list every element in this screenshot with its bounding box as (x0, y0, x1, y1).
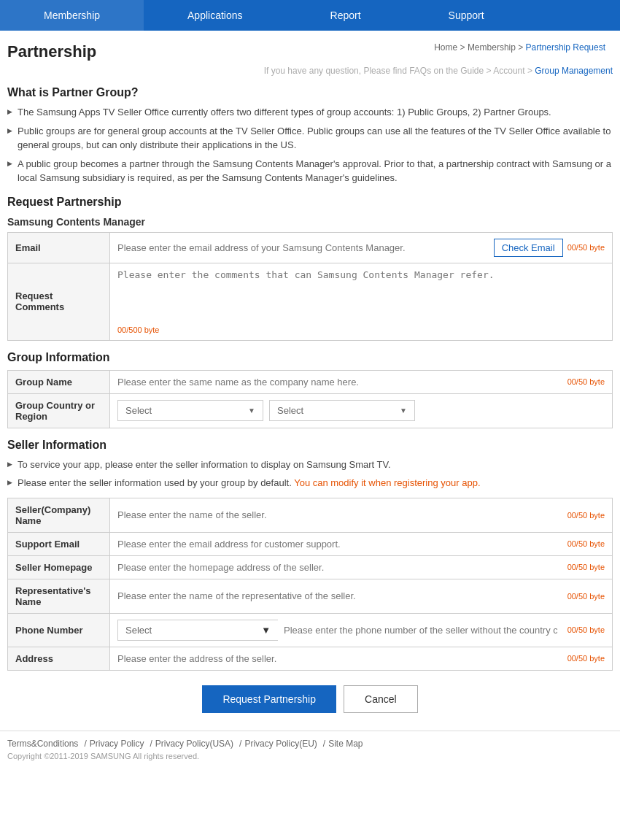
comments-input[interactable] (117, 269, 605, 320)
request-partnership-button[interactable]: Request Partnership (202, 685, 336, 713)
group-name-byte: 00/50 byte (567, 377, 605, 386)
what-is-item-1: The Samsung Apps TV Seller Office curren… (7, 105, 613, 120)
group-country-label: Group Country or Region (8, 393, 110, 428)
group-name-input[interactable] (117, 377, 563, 388)
what-is-item-3: A public group becomes a partner through… (7, 157, 613, 185)
request-partnership-heading: Request Partnership (7, 196, 613, 209)
seller-info-item-1: To service your app, please enter the se… (7, 458, 613, 472)
phone-cell: Select ▼ 00/50 byte (110, 613, 613, 647)
seller-info-title: Seller Information (7, 439, 613, 452)
group-country-cell: Select ▼ Select ▼ (110, 393, 613, 428)
homepage-cell: 00/50 byte (110, 555, 613, 579)
address-label: Address (8, 647, 110, 670)
email-input[interactable] (117, 242, 488, 253)
rep-name-byte: 00/50 byte (567, 592, 605, 601)
footer-copyright: Copyright ©2011-2019 SAMSUNG All rights … (7, 752, 613, 760)
seller-info-list: To service your app, please enter the se… (7, 458, 613, 490)
group-country-row: Group Country or Region Select ▼ Select … (8, 393, 613, 428)
phone-row: Phone Number Select ▼ 00/50 byte (8, 613, 613, 647)
email-label: Email (8, 232, 110, 263)
what-is-title: What is Partner Group? (7, 86, 613, 99)
phone-label: Phone Number (8, 613, 110, 647)
breadcrumb-current[interactable]: Partnership Request (526, 42, 605, 53)
footer-privacy[interactable]: Privacy Policy (90, 739, 144, 749)
what-is-item-2: Public groups are for general group acco… (7, 124, 613, 153)
comments-label: Request Comments (8, 263, 110, 340)
cancel-button[interactable]: Cancel (344, 685, 418, 713)
faq-line: If you have any question, Please find FA… (7, 66, 613, 76)
homepage-input[interactable] (117, 562, 563, 573)
chevron-down-icon: ▼ (400, 406, 407, 415)
rep-name-label: Representative's Name (8, 579, 110, 613)
homepage-byte: 00/50 byte (567, 563, 605, 571)
nav-applications[interactable]: Applications (144, 0, 287, 31)
group-country-select-2[interactable]: Select ▼ (269, 400, 415, 421)
group-country-select-1[interactable]: Select ▼ (117, 400, 263, 421)
company-name-input[interactable] (117, 509, 563, 520)
chevron-down-icon: ▼ (248, 406, 255, 415)
comments-row: Request Comments 00/500 byte (8, 263, 613, 340)
nav-report[interactable]: Report (287, 0, 405, 31)
phone-input[interactable] (278, 620, 563, 640)
footer-sitemap[interactable]: Site Map (328, 739, 363, 749)
group-info-title: Group Information (7, 351, 613, 364)
group-name-row: Group Name 00/50 byte (8, 370, 613, 393)
homepage-label: Seller Homepage (8, 555, 110, 579)
what-is-list: The Samsung Apps TV Seller Office curren… (7, 105, 613, 185)
support-email-cell: 00/50 byte (110, 532, 613, 555)
group-info-form: Group Name 00/50 byte Group Country or R… (7, 370, 613, 428)
address-row: Address 00/50 byte (8, 647, 613, 670)
scm-form: Email Check Email 00/50 byte Request Com… (7, 232, 613, 341)
footer-links: Terms&Conditions / Privacy Policy / Priv… (7, 739, 613, 749)
support-email-byte: 00/50 byte (567, 539, 605, 548)
breadcrumb: Home > Membership > Partnership Request (427, 36, 613, 54)
group-name-cell: 00/50 byte (110, 370, 613, 393)
seller-info-form: Seller(Company) Name 00/50 byte Support … (7, 498, 613, 671)
group-management-link[interactable]: Group Management (535, 66, 613, 76)
nav-membership[interactable]: Membership (0, 0, 144, 31)
address-byte: 00/50 byte (567, 654, 605, 663)
phone-country-select[interactable]: Select ▼ (117, 620, 278, 641)
company-name-label: Seller(Company) Name (8, 498, 110, 532)
comments-cell: 00/500 byte (110, 263, 613, 340)
group-name-label: Group Name (8, 370, 110, 393)
rep-name-cell: 00/50 byte (110, 579, 613, 613)
footer-privacy-usa[interactable]: Privacy Policy(USA) (155, 739, 233, 749)
support-email-label: Support Email (8, 532, 110, 555)
footer-terms[interactable]: Terms&Conditions (7, 739, 78, 749)
company-name-row: Seller(Company) Name 00/50 byte (8, 498, 613, 532)
company-name-byte: 00/50 byte (567, 511, 605, 520)
phone-byte: 00/50 byte (567, 625, 605, 634)
company-name-cell: 00/50 byte (110, 498, 613, 532)
email-cell: Check Email 00/50 byte (110, 232, 613, 263)
scm-title: Samsung Contents Manager (7, 216, 613, 228)
support-email-input[interactable] (117, 539, 563, 550)
rep-name-row: Representative's Name 00/50 byte (8, 579, 613, 613)
homepage-row: Seller Homepage 00/50 byte (8, 555, 613, 579)
support-email-row: Support Email 00/50 byte (8, 532, 613, 555)
seller-info-item-2: Please enter the seller information used… (7, 476, 613, 490)
comments-byte-count: 00/500 byte (117, 325, 605, 334)
check-email-button[interactable]: Check Email (494, 239, 563, 257)
rep-name-input[interactable] (117, 590, 563, 601)
action-buttons: Request Partnership Cancel (7, 685, 613, 713)
email-row: Email Check Email 00/50 byte (8, 232, 613, 263)
email-byte-count: 00/50 byte (567, 243, 605, 252)
nav-support[interactable]: Support (405, 0, 528, 31)
address-cell: 00/50 byte (110, 647, 613, 670)
page-title: Partnership (7, 42, 96, 61)
footer-privacy-eu[interactable]: Privacy Policy(EU) (244, 739, 317, 749)
main-nav: Membership Applications Report Support (0, 0, 620, 31)
footer: Terms&Conditions / Privacy Policy / Priv… (0, 731, 620, 763)
chevron-down-icon: ▼ (261, 625, 271, 636)
address-input[interactable] (117, 653, 563, 664)
